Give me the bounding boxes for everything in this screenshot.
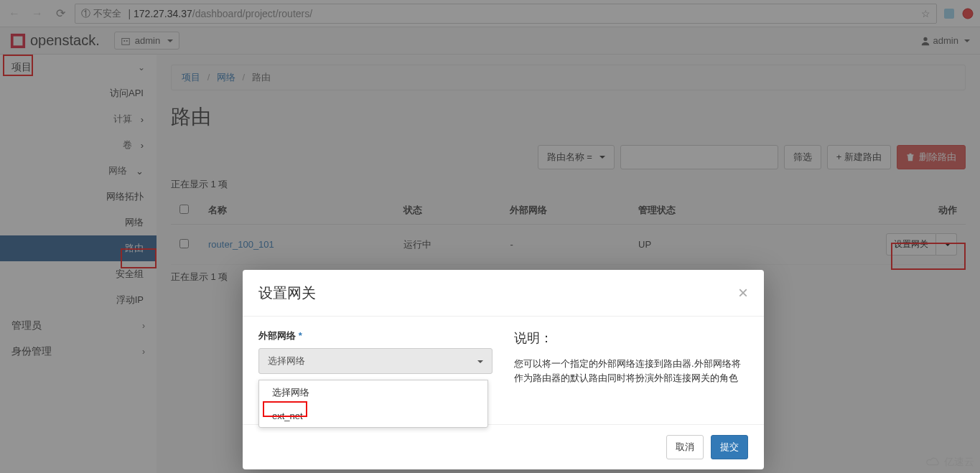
modal-description-body: 您可以将一个指定的外部网络连接到路由器.外部网络将作为路由器的默认路由同时将扮演… — [514, 357, 748, 385]
modal-title: 设置网关 — [258, 284, 316, 303]
watermark: 亿速云 — [925, 456, 974, 469]
modal-close-button[interactable]: × — [738, 283, 748, 303]
modal-description-title: 说明： — [514, 329, 748, 347]
option-ext-net[interactable]: ext_net — [259, 405, 487, 427]
cloud-icon — [925, 456, 941, 468]
external-network-select[interactable]: 选择网络 — [258, 348, 493, 374]
submit-button[interactable]: 提交 — [711, 435, 748, 459]
modal-footer: 取消 提交 — [243, 424, 764, 469]
caret-down-icon — [475, 356, 483, 367]
external-network-label: 外部网络 * — [258, 329, 493, 342]
required-asterisk: * — [299, 330, 302, 341]
option-placeholder[interactable]: 选择网络 — [259, 380, 487, 405]
cancel-button[interactable]: 取消 — [666, 435, 704, 459]
modal-body: 外部网络 * 选择网络 说明： 您可以将一个指定的外部网络连接到路由器.外部网络… — [243, 317, 764, 424]
modal-header: 设置网关 × — [243, 270, 764, 317]
external-network-dropdown: 选择网络 ext_net — [258, 380, 488, 428]
set-gateway-modal: 设置网关 × 外部网络 * 选择网络 说明： 您可以将一个指定的外部网络连接到路… — [243, 270, 764, 469]
